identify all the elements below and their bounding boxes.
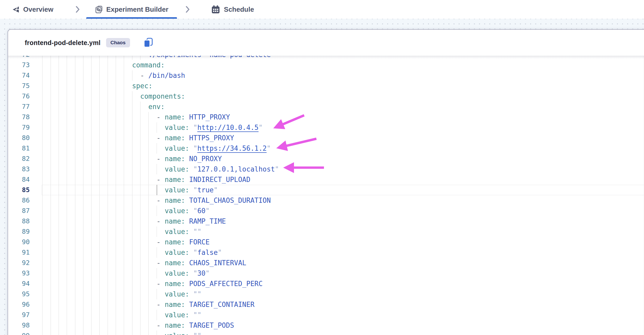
token-q: " [275,165,279,173]
tab-schedule[interactable]: Schedule [211,0,254,19]
code-text: value: "http://10.0.4.5" [34,122,263,133]
token-val: 127.0.0.1,localhost [197,165,275,173]
token-key: name [165,113,181,121]
code-line-99: 99 value: "" [8,331,644,335]
code-text: value: "30" [34,268,210,279]
code-line-72: 72 ./experiments -name pod-delete [8,56,644,60]
code-text: - name: PODS_AFFECTED_PERC [34,279,263,289]
token-key: : [185,186,193,194]
code-line-93: 93 value: "30" [8,268,644,279]
token-key: value [165,290,185,298]
line-number: 97 [8,310,30,320]
code-text: - /bin/bash [34,70,185,81]
token-key: value [165,165,185,173]
code-line-88: 88 - name: RAMP_TIME [8,216,644,226]
token-dash: - [157,113,165,121]
url-link[interactable]: https://34.56.1.2 [197,144,267,153]
experiment-builder-icon [95,5,103,14]
code-line-94: 94 - name: PODS_AFFECTED_PERC [8,279,644,289]
token-q: " [205,207,210,215]
token-key: : [161,103,165,111]
token-key: name [165,280,181,288]
tab-overview[interactable]: Overview [12,0,53,19]
token-key: components [140,92,181,100]
code-line-81: 81 value: "https://34.56.1.2" [8,143,644,154]
code-text: value: "https://34.56.1.2" [34,143,271,154]
token-dash: - [157,197,165,204]
code-text: - name: CHAOS_INTERVAL [34,258,246,268]
token-key: : [181,301,189,308]
token-q: " [267,144,271,152]
code-line-86: 86 - name: TOTAL_CHAOS_DURATION [8,195,644,206]
token-val: FORCE [189,238,210,246]
code-text: value: "" [34,289,201,299]
token-key: value [165,186,185,194]
token-val: /bin/bash [148,72,185,79]
token-dash: - [157,301,165,308]
code-text: ./experiments -name pod-delete [34,56,271,60]
code-line-87: 87 value: "60" [8,206,644,216]
chevron-right-icon [75,0,81,19]
code-text: - name: FORCE [34,237,210,247]
token-q: "" [193,332,201,335]
token-q: "" [193,311,201,319]
token-q: " [193,144,198,152]
token-key: : [181,217,189,225]
code-line-74: 74 - /bin/bash [8,70,644,81]
yaml-editor[interactable]: 72 ./experiments -name pod-delete73 comm… [8,56,644,335]
token-q: " [193,124,198,131]
token-key: spec [132,82,149,90]
line-number: 79 [8,122,30,133]
code-text: - name: INDIRECT_UPLOAD [34,174,250,185]
code-line-79: 79 value: "http://10.0.4.5" [8,122,644,133]
token-dash: - [157,217,165,225]
token-key: : [185,249,193,256]
code-line-95: 95 value: "" [8,289,644,299]
token-q: " [193,165,198,173]
token-q: " [193,249,198,256]
token-key: : [185,311,193,319]
token-key: : [185,228,193,236]
code-line-91: 91 value: "false" [8,247,644,258]
token-key: : [181,113,189,121]
token-key: value [165,144,185,152]
token-val: false [197,249,218,256]
code-text: value: "true" [34,185,218,195]
code-text: value: "" [34,226,201,237]
token-key: name [165,197,181,204]
tab-experiment-builder[interactable]: Experiment Builder [86,0,177,19]
code-line-77: 77 env: [8,102,644,112]
line-number: 88 [8,216,30,226]
line-number: 81 [8,143,30,154]
line-number: 77 [8,102,30,112]
token-key: : [181,134,189,142]
line-number: 91 [8,247,30,258]
yaml-card-header: frontend-pod-delete.yml Chaos [8,30,644,56]
line-number: 99 [8,331,30,335]
code-line-78: 78 - name: HTTP_PROXY [8,112,644,122]
token-val: INDIRECT_UPLOAD [189,176,250,184]
token-key: value [165,207,185,215]
token-q: " [193,269,198,277]
token-key: : [181,238,189,246]
token-key: name [165,238,181,246]
code-line-82: 82 - name: NO_PROXY [8,154,644,164]
token-key: value [165,311,185,319]
token-q: " [218,249,222,256]
code-line-85: 85 value: "true" [8,185,644,195]
token-key: : [185,290,193,298]
token-dash: - [157,176,165,184]
url-link[interactable]: http://10.0.4.5 [197,124,259,132]
token-key: : [181,197,189,204]
copy-button[interactable] [143,37,154,48]
token-val: 60 [197,207,205,215]
line-number: 87 [8,206,30,216]
token-val: HTTP_PROXY [189,113,230,121]
line-number: 76 [8,91,30,102]
token-q: " [193,186,198,194]
token-val: TOTAL_CHAOS_DURATION [189,197,271,204]
token-key: : [185,124,193,131]
token-key: : [181,176,189,184]
token-key: : [185,269,193,277]
token-dash: - [157,134,165,142]
